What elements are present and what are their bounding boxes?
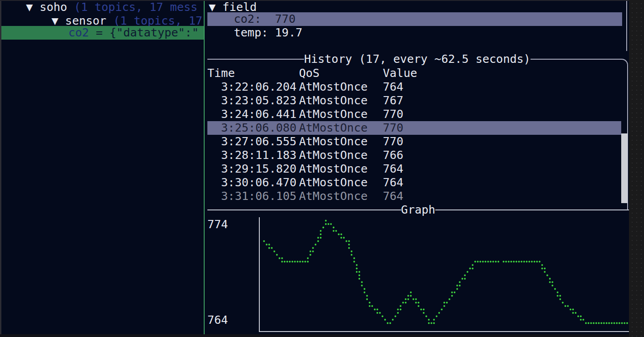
tree-co2-label: co2 <box>68 26 89 39</box>
tree-sensor-meta: (1 topics, 17 <box>113 14 202 27</box>
window-left-edge <box>0 0 1 337</box>
history-cell-time: 3:29:15.820 <box>214 162 297 176</box>
tree-sensor-label: ▼ sensor <box>52 14 113 27</box>
history-row[interactable]: 3:22:06.204AtMostOnce764 <box>207 80 621 94</box>
history-cell-time: 3:23:05.823 <box>214 94 297 107</box>
history-cell-time: 3:24:06.441 <box>214 107 297 121</box>
history-cell-qos: AtMostOnce <box>299 107 368 121</box>
history-cell-time: 3:28:11.183 <box>214 148 297 162</box>
history-cell-value: 764 <box>383 189 403 203</box>
graph-ymin-label: 764 <box>207 313 228 327</box>
history-cell-time: 3:31:06.105 <box>214 189 297 203</box>
tree-soho-meta: (1 topics, 17 mess <box>74 0 197 14</box>
history-scrollbar-thumb[interactable] <box>621 133 628 203</box>
field-row-co2-selected[interactable]: co2: 770 <box>207 12 622 26</box>
history-row[interactable]: 3:28:11.183AtMostOnce766 <box>207 148 621 162</box>
history-row[interactable]: 3:24:06.441AtMostOnce770 <box>207 107 621 121</box>
graph-title: Graph <box>401 204 435 216</box>
graph-title-bar: Graph <box>207 204 629 216</box>
field-co2-value: co2: 770 <box>234 12 295 26</box>
tree-co2-text: co2 = {"datatype":" <box>68 26 199 40</box>
history-cell-value: 764 <box>383 162 403 176</box>
history-cell-qos: AtMostOnce <box>299 148 368 162</box>
history-cell-time: 3:30:06.470 <box>214 176 297 189</box>
history-cell-value: 770 <box>383 107 403 121</box>
topic-pane-border <box>204 1 205 334</box>
history-cell-qos: AtMostOnce <box>299 189 368 203</box>
history-column-time: Time <box>207 66 235 80</box>
history-title-bar: History (17, every ~62.5 seconds) <box>207 53 627 65</box>
history-cell-value: 764 <box>383 80 403 94</box>
history-cell-qos: AtMostOnce <box>299 94 368 107</box>
history-cell-value: 767 <box>383 94 403 107</box>
tree-item-co2-selected[interactable]: co2 = {"datatype":" <box>1 26 204 40</box>
mqttui-terminal: { "colors": { "terminal_bg": "#040a1c", … <box>0 0 644 337</box>
history-title: History (17, every ~62.5 seconds) <box>304 53 531 65</box>
history-cell-value: 766 <box>383 148 403 162</box>
history-cell-value: 764 <box>383 176 403 189</box>
tree-soho-label: ▼ soho <box>26 0 74 14</box>
history-cell-qos: AtMostOnce <box>299 80 368 94</box>
history-cell-value: 770 <box>383 135 403 148</box>
history-cell-qos: AtMostOnce <box>299 135 368 148</box>
history-cell-time: 3:22:06.204 <box>214 80 297 94</box>
history-column-value: Value <box>383 66 417 80</box>
history-cell-qos: AtMostOnce <box>299 162 368 176</box>
history-cell-qos: AtMostOnce <box>299 121 368 135</box>
history-row[interactable]: 3:23:05.823AtMostOnce767 <box>207 94 621 107</box>
history-cell-value: 770 <box>383 121 403 135</box>
desktop-wallpaper-strip <box>629 0 644 337</box>
history-column-qos: QoS <box>299 66 319 80</box>
history-row[interactable]: 3:25:06.080AtMostOnce770 <box>207 121 621 135</box>
history-row[interactable]: 3:31:06.105AtMostOnce764 <box>207 189 621 203</box>
window-bottom-edge <box>0 334 629 337</box>
tree-item-soho[interactable]: ▼ soho (1 topics, 17 mess <box>26 0 197 14</box>
history-row[interactable]: 3:27:06.555AtMostOnce770 <box>207 135 621 148</box>
history-cell-qos: AtMostOnce <box>299 176 368 189</box>
history-row[interactable]: 3:29:15.820AtMostOnce764 <box>207 162 621 176</box>
field-row-temp[interactable]: temp: 19.7 <box>234 26 303 40</box>
history-row[interactable]: 3:30:06.470AtMostOnce764 <box>207 176 621 189</box>
payload-box-right-border <box>626 1 627 51</box>
tree-co2-payload-preview: = {"datatype":" <box>89 26 199 39</box>
history-cell-time: 3:25:06.080 <box>214 121 297 135</box>
co2-graph-dots <box>259 217 629 332</box>
graph-ymax-label: 774 <box>207 218 228 231</box>
history-cell-time: 3:27:06.555 <box>214 135 297 148</box>
